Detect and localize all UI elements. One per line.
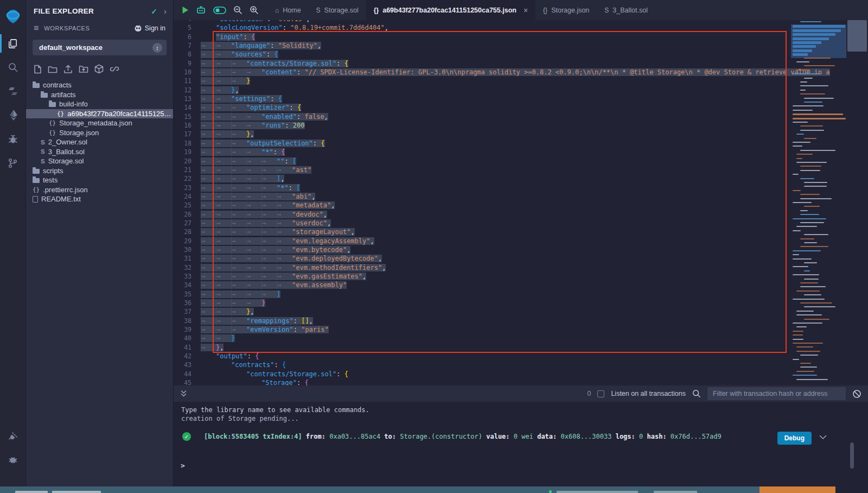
code-line-6[interactable]: 6"input": { (174, 33, 791, 41)
tree-item-2-owner-sol[interactable]: S2_Owner.sol (26, 137, 173, 147)
sidebar-item-deploy-and-run[interactable] (0, 103, 26, 127)
workspace-select[interactable]: default_workspace ↕ (33, 40, 167, 55)
code-line-40[interactable]: 40→→} (174, 334, 791, 343)
upload-file-icon[interactable] (63, 65, 73, 74)
code-line-20[interactable]: 20→→→→→"": [ (174, 157, 791, 166)
code-line-42[interactable]: 42"output": { (174, 352, 791, 361)
cube-icon[interactable] (94, 64, 104, 74)
code-line-33[interactable]: 33→→→→→→"evm.gasEstimates", (174, 272, 791, 281)
code-line-34[interactable]: 34→→→→→→"evm.assembly" (174, 281, 791, 289)
tree-item-3-ballot-sol[interactable]: S3_Ballot.sol (26, 147, 173, 157)
code-line-25[interactable]: 25→→→→→→"metadata", (174, 201, 791, 210)
expand-terminal-icon[interactable] (180, 390, 187, 397)
clear-console-icon[interactable] (852, 389, 861, 399)
tree-item-a69b43f277ba20fcac141151250ca7-[interactable]: {}a69b43f277ba20fcac141151250ca7... (26, 109, 173, 119)
code-line-15[interactable]: 15→→→→"enabled": false, (174, 112, 791, 121)
scrollbar-thumb[interactable] (847, 20, 867, 52)
transaction-log-row[interactable]: ✓ [block:5583405 txIndex:4] from: 0xa03.… (182, 432, 819, 441)
code-line-27[interactable]: 27→→→→→→"userdoc", (174, 219, 791, 227)
code-line-36[interactable]: 36→→→→} (174, 299, 791, 307)
code-line-22[interactable]: 22→→→→→], (174, 174, 791, 183)
zoom-in-icon[interactable] (250, 5, 259, 15)
sidebar-item-file-explorer[interactable] (0, 31, 26, 55)
remix-logo[interactable] (0, 4, 26, 28)
code-line-29[interactable]: 29→→→→→→"evm.legacyAssembly", (174, 237, 791, 245)
code-line-8[interactable]: 8→→"sources": { (174, 50, 791, 59)
sidebar-item-settings[interactable] (0, 448, 26, 472)
sign-in-button[interactable]: Sign in (134, 24, 165, 32)
tree-item-build-info[interactable]: build-info (26, 99, 173, 109)
code-line-11[interactable]: 11→→→} (174, 77, 791, 85)
ai-assistant-icon[interactable] (196, 5, 206, 15)
zoom-out-icon[interactable] (233, 5, 242, 15)
listen-checkbox[interactable] (597, 390, 604, 397)
sidebar-item-plugin-manager[interactable] (0, 425, 26, 448)
code-line-31[interactable]: 31→→→→→→"evm.deployedBytecode", (174, 254, 791, 263)
code-line-10[interactable]: 10→→→→"content": "// SPDX-License-Identi… (174, 68, 791, 77)
scam-alert-segment[interactable] (760, 486, 835, 493)
panel-title: FILE EXPLORER (34, 7, 151, 15)
code-line-7[interactable]: 7→→"language": "Solidity", (174, 41, 791, 50)
code-line-30[interactable]: 30→→→→→→"evm.bytecode", (174, 245, 791, 254)
tree-item-storage-metadata-json[interactable]: {}Storage_metadata.json (26, 118, 173, 128)
code-line-26[interactable]: 26→→→→→→"devdoc", (174, 210, 791, 219)
terminal-scrollbar[interactable] (850, 443, 854, 469)
workspaces-row: ≡ WORKSPACES Sign in (26, 19, 173, 36)
code-line-37[interactable]: 37→→→}, (174, 307, 791, 316)
code-line-9[interactable]: 9→→→"contracts/Storage.sol": { (174, 59, 791, 68)
tree-item-readme-txt[interactable]: README.txt (26, 194, 173, 204)
code-line-16[interactable]: 16→→→→"runs": 200 (174, 121, 791, 130)
code-line-39[interactable]: 39→→→"evmVersion": "paris" (174, 325, 791, 334)
minimap-line (804, 270, 810, 271)
workspaces-menu-icon[interactable]: ≡ (34, 23, 39, 33)
link-icon[interactable] (110, 65, 119, 73)
code-line-14[interactable]: 14→→→"optimizer": { (174, 103, 791, 112)
tab-3-ballot-sol[interactable]: S3_Ballot.sol (597, 0, 655, 20)
code-line-21[interactable]: 21→→→→→→"ast" (174, 166, 791, 174)
tree-item-contracts[interactable]: contracts (26, 80, 173, 90)
minimap[interactable] (791, 20, 846, 385)
close-tab-icon[interactable]: × (524, 6, 528, 15)
tab-home[interactable]: ⌂Home (267, 0, 309, 20)
code-line-28[interactable]: 28→→→→→→"storageLayout", (174, 227, 791, 236)
sidebar-item-debugger[interactable] (0, 127, 26, 151)
sidebar-item-search[interactable] (0, 55, 26, 79)
transaction-filter-input[interactable] (707, 387, 846, 400)
code-line-41[interactable]: 41→}, (174, 343, 791, 352)
copilot-toggle-icon[interactable] (213, 7, 226, 14)
code-line-35[interactable]: 35→→→→→] (174, 290, 791, 299)
code-line-19[interactable]: 19→→→→"*": { (174, 148, 791, 156)
sidebar-item-solidity-compiler[interactable] (0, 79, 26, 103)
tree-item--prettierrc-json[interactable]: {}.prettierrc.json (26, 185, 173, 195)
code-line-23[interactable]: 23→→→→→"*": [ (174, 184, 791, 192)
panel-collapse-icon[interactable]: › (164, 7, 167, 16)
code-line-5[interactable]: 5"solcLongVersion": "0.8.19+commit.7dd6d… (174, 23, 791, 32)
code-line-12[interactable]: 12→→}, (174, 86, 791, 94)
code-line-44[interactable]: 44"contracts/Storage.sol": { (174, 370, 791, 378)
tree-item-storage-json[interactable]: {}Storage.json (26, 128, 173, 138)
code-line-38[interactable]: 38→→→"remappings": [], (174, 317, 791, 325)
tree-item-storage-sol[interactable]: SStorage.sol (26, 156, 173, 166)
tab-a69b43f277ba20fcac141151250ca755-json[interactable]: {}a69b43f277ba20fcac141151250ca755.json× (366, 0, 535, 20)
tab-storage-json[interactable]: {}Storage.json (535, 0, 597, 20)
code-line-17[interactable]: 17→→→}, (174, 130, 791, 138)
code-editor[interactable]: 4"solcVersion": "0.8.19",5"solcLongVersi… (174, 20, 868, 385)
tree-item-scripts[interactable]: scripts (26, 166, 173, 176)
tree-item-tests[interactable]: tests (26, 175, 173, 185)
expand-tx-icon[interactable] (819, 435, 827, 440)
code-line-43[interactable]: 43"contracts": { (174, 361, 791, 369)
tree-item-artifacts[interactable]: artifacts (26, 90, 173, 100)
code-line-45[interactable]: 45"Storage": { (174, 378, 791, 385)
debug-button[interactable]: Debug (777, 432, 812, 445)
new-folder-icon[interactable] (48, 65, 58, 73)
tab-storage-sol[interactable]: SStorage.sol (309, 0, 366, 20)
code-line-24[interactable]: 24→→→→→→"abi", (174, 192, 791, 201)
run-script-icon[interactable] (182, 6, 189, 14)
terminal-prompt[interactable]: > (181, 462, 185, 470)
code-line-13[interactable]: 13→→"settings": { (174, 94, 791, 103)
code-line-18[interactable]: 18→→→"outputSelection": { (174, 139, 791, 148)
upload-folder-icon[interactable] (79, 65, 88, 73)
sidebar-item-git[interactable] (0, 151, 26, 175)
new-file-icon[interactable] (34, 65, 42, 74)
code-line-32[interactable]: 32→→→→→→"evm.methodIdentifiers", (174, 263, 791, 272)
